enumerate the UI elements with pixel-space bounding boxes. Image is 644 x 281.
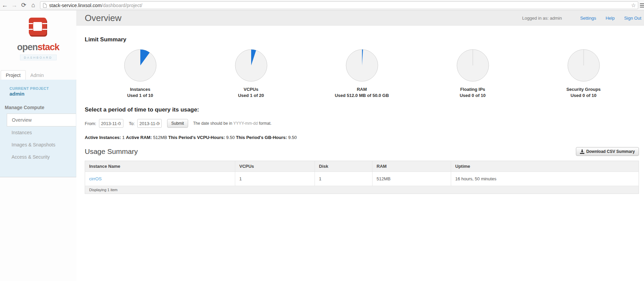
cell-vcpus: 1 [235, 172, 315, 186]
to-date-input[interactable] [137, 119, 162, 128]
pie-caption: Used 0 of 10 [417, 93, 528, 98]
limit-summary-heading: Limit Summary [85, 36, 639, 43]
page-icon [43, 3, 47, 8]
page-title: Overview [76, 13, 121, 23]
period-form: From: To: Submit The date should be in Y… [85, 119, 639, 128]
browser-menu-icon[interactable] [640, 2, 644, 8]
tab-project[interactable]: Project [1, 70, 26, 80]
pie-caption: Used 512.0 MB of 50.0 GB [306, 93, 417, 98]
table-footer-row: Displaying 1 item [85, 186, 639, 194]
address-bar[interactable]: stack-service.linxsol.com/dashboard/proj… [40, 1, 638, 9]
url-text[interactable]: stack-service.linxsol.com/dashboard/proj… [49, 3, 142, 8]
col-uptime: Uptime [451, 161, 639, 172]
instance-link-cirros[interactable]: cirrOS [85, 172, 235, 186]
col-disk: Disk [315, 161, 373, 172]
col-vcpus: VCPUs [235, 161, 315, 172]
cell-ram: 512MB [373, 172, 451, 186]
pie-caption: Used 1 of 10 [85, 93, 196, 98]
pie-caption: Used 0 of 10 [528, 93, 639, 98]
manage-compute-heading: Manage Compute [5, 105, 76, 110]
pie-chart-vcpus [234, 48, 268, 82]
sidebar-item-images-snapshots[interactable]: Images & Snapshots [0, 139, 76, 151]
pie-security-groups: Security Groups Used 0 of 10 [528, 48, 639, 98]
pie-label: RAM [306, 87, 417, 92]
usage-summary-table: Instance Name VCPUs Disk RAM Uptime cirr… [85, 161, 639, 194]
current-project-label: CURRENT PROJECT [9, 86, 76, 91]
from-label: From: [85, 121, 96, 126]
from-date-input[interactable] [99, 119, 123, 128]
col-instance-name: Instance Name [85, 161, 235, 172]
dashboard-badge: DASHBOARD [20, 55, 57, 60]
current-project-name: admin [9, 91, 76, 97]
date-format-note: The date should be in YYYY-mm-dd format. [193, 121, 271, 126]
sign-out-link[interactable]: Sign Out [624, 16, 641, 21]
pie-vcpus: VCPUs Used 1 of 20 [196, 48, 306, 98]
cell-uptime: 16 hours, 50 minutes [451, 172, 639, 186]
page-header: Overview Logged in as: admin Settings He… [76, 11, 644, 26]
download-icon [580, 149, 584, 154]
sidebar: openstack DASHBOARD Project Admin CURREN… [0, 11, 76, 281]
pie-label: Instances [85, 87, 196, 92]
table-row: cirrOS 1 1 512MB 16 hours, 50 minutes [85, 172, 639, 186]
browser-toolbar: ← → ⟳ ⌂ stack-service.linxsol.com/dashbo… [0, 0, 644, 11]
pie-chart-floating-ips [456, 48, 490, 82]
sidebar-item-access-security[interactable]: Access & Security [0, 151, 76, 163]
submit-button[interactable]: Submit [167, 119, 188, 128]
pie-chart-ram [345, 48, 379, 82]
sidebar-item-overview[interactable]: Overview [7, 114, 76, 126]
pie-chart-instances [123, 48, 157, 82]
pie-label: Security Groups [528, 87, 639, 92]
help-link[interactable]: Help [606, 16, 615, 21]
refresh-icon[interactable]: ⟳ [19, 1, 28, 9]
usage-summary-heading: Usage Summary [85, 147, 138, 156]
to-label: To: [129, 121, 135, 126]
logged-in-as: Logged in as: admin [522, 16, 562, 21]
settings-link[interactable]: Settings [580, 16, 596, 21]
back-icon[interactable]: ← [0, 2, 9, 9]
pie-instances: Instances Used 1 of 10 [85, 48, 196, 98]
table-footer-text: Displaying 1 item [85, 186, 639, 194]
project-panel: CURRENT PROJECT admin Manage Compute Ove… [0, 80, 76, 177]
sidebar-item-instances[interactable]: Instances [0, 126, 76, 139]
tab-admin[interactable]: Admin [26, 70, 49, 80]
download-csv-button[interactable]: Download CSV Summary [576, 147, 639, 156]
limit-summary-pies: Instances Used 1 of 10 VCPUs Used 1 of 2… [85, 48, 639, 98]
cell-disk: 1 [315, 172, 373, 186]
usage-stats-line: Active Instances: 1 Active RAM: 512MB Th… [85, 135, 639, 140]
pie-label: VCPUs [196, 87, 306, 92]
forward-icon[interactable]: → [9, 2, 19, 9]
openstack-logo: openstack DASHBOARD [0, 11, 76, 60]
pie-chart-security-groups [567, 48, 601, 82]
pie-caption: Used 1 of 20 [196, 93, 306, 98]
bookmark-star-icon[interactable]: ☆ [631, 2, 636, 8]
pie-floating-ips: Floating IPs Used 0 of 10 [417, 48, 528, 98]
col-ram: RAM [373, 161, 451, 172]
openstack-wordmark: openstack [0, 42, 76, 53]
sidebar-tabs: Project Admin [0, 70, 76, 80]
dashboard-page: openstack DASHBOARD Project Admin CURREN… [0, 11, 644, 281]
table-header-row: Instance Name VCPUs Disk RAM Uptime [85, 161, 639, 172]
main-area: Overview Logged in as: admin Settings He… [76, 11, 644, 194]
pie-ram: RAM Used 512.0 MB of 50.0 GB [306, 48, 417, 98]
openstack-cube-icon [27, 16, 49, 39]
home-icon[interactable]: ⌂ [28, 2, 38, 9]
pie-label: Floating IPs [417, 87, 528, 92]
period-query-heading: Select a period of time to query its usa… [85, 106, 639, 113]
